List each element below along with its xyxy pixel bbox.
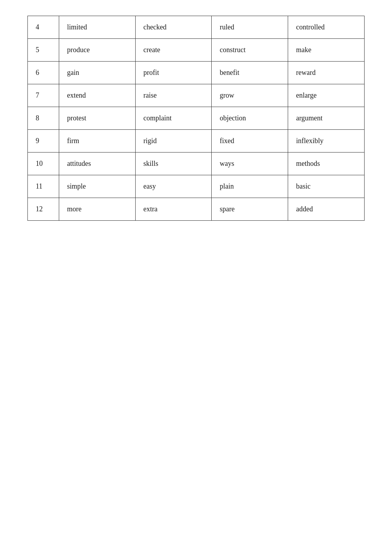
row-word-4: enlarge <box>288 84 365 107</box>
row-word-4: methods <box>288 153 365 175</box>
table-row: 5producecreateconstructmake <box>28 39 365 62</box>
row-word-2: raise <box>135 84 212 107</box>
row-word-2: checked <box>135 16 212 39</box>
page: 4limitedcheckedruledcontrolled5producecr… <box>0 0 392 236</box>
row-word-1: protest <box>59 107 135 130</box>
row-number: 5 <box>28 39 59 62</box>
table-row: 8protestcomplaintobjectionargument <box>28 107 365 130</box>
row-word-4: inflexibly <box>288 130 365 153</box>
row-word-4: basic <box>288 175 365 198</box>
row-word-3: objection <box>212 107 288 130</box>
row-word-1: more <box>59 198 135 221</box>
row-word-4: reward <box>288 62 365 84</box>
row-word-3: construct <box>212 39 288 62</box>
table-row: 7extendraisegrowenlarge <box>28 84 365 107</box>
word-table: 4limitedcheckedruledcontrolled5producecr… <box>27 16 365 221</box>
row-word-1: produce <box>59 39 135 62</box>
table-row: 9firmrigidfixedinflexibly <box>28 130 365 153</box>
row-word-1: simple <box>59 175 135 198</box>
row-word-1: gain <box>59 62 135 84</box>
row-number: 7 <box>28 84 59 107</box>
table-row: 10attitudesskillswaysmethods <box>28 153 365 175</box>
row-word-2: skills <box>135 153 212 175</box>
row-word-3: fixed <box>212 130 288 153</box>
row-word-3: ways <box>212 153 288 175</box>
row-word-2: easy <box>135 175 212 198</box>
table-row: 6gainprofitbenefitreward <box>28 62 365 84</box>
row-word-3: ruled <box>212 16 288 39</box>
row-word-1: firm <box>59 130 135 153</box>
row-word-2: profit <box>135 62 212 84</box>
row-word-1: attitudes <box>59 153 135 175</box>
row-word-1: limited <box>59 16 135 39</box>
row-word-2: rigid <box>135 130 212 153</box>
row-word-2: create <box>135 39 212 62</box>
row-word-4: controlled <box>288 16 365 39</box>
row-number: 8 <box>28 107 59 130</box>
row-word-3: spare <box>212 198 288 221</box>
row-word-4: added <box>288 198 365 221</box>
table-row: 4limitedcheckedruledcontrolled <box>28 16 365 39</box>
row-number: 6 <box>28 62 59 84</box>
row-number: 12 <box>28 198 59 221</box>
row-word-3: grow <box>212 84 288 107</box>
row-word-2: complaint <box>135 107 212 130</box>
table-row: 11simpleeasyplainbasic <box>28 175 365 198</box>
row-word-2: extra <box>135 198 212 221</box>
row-number: 4 <box>28 16 59 39</box>
row-number: 11 <box>28 175 59 198</box>
row-number: 10 <box>28 153 59 175</box>
row-word-1: extend <box>59 84 135 107</box>
row-word-3: plain <box>212 175 288 198</box>
row-word-3: benefit <box>212 62 288 84</box>
row-word-4: argument <box>288 107 365 130</box>
row-word-4: make <box>288 39 365 62</box>
row-number: 9 <box>28 130 59 153</box>
table-row: 12moreextraspareadded <box>28 198 365 221</box>
